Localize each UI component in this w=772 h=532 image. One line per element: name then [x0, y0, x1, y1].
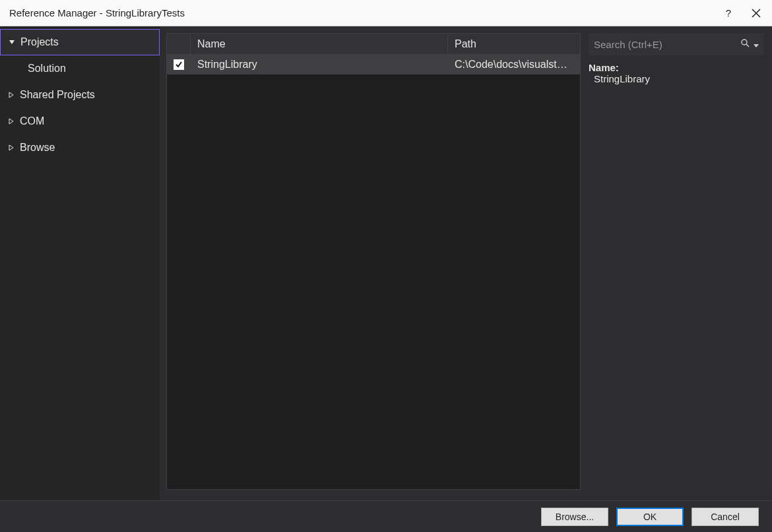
ok-button[interactable]: OK: [616, 508, 684, 526]
chevron-right-icon: [7, 118, 16, 125]
sidebar-item-solution[interactable]: Solution: [0, 55, 160, 82]
sidebar-item-shared-projects[interactable]: Shared Projects: [0, 82, 160, 108]
help-icon[interactable]: ?: [726, 7, 731, 18]
sidebar-item-label: Projects: [20, 36, 59, 48]
search-icon[interactable]: [740, 38, 751, 51]
row-checkbox-cell[interactable]: [167, 59, 191, 70]
sidebar-item-label: Solution: [28, 63, 66, 74]
sidebar-item-browse[interactable]: Browse: [0, 134, 160, 161]
browse-button[interactable]: Browse...: [541, 508, 608, 526]
row-name: StringLibrary: [191, 59, 448, 71]
title-controls: ?: [726, 7, 765, 18]
chevron-right-icon: [7, 92, 16, 98]
cancel-button[interactable]: Cancel: [692, 508, 759, 526]
table-row[interactable]: StringLibrary C:\Code\docs\visualst…: [167, 55, 580, 74]
reference-list: Name Path StringLibrary C:\Code\docs\vis…: [160, 26, 581, 500]
column-header-path[interactable]: Path: [448, 34, 580, 54]
svg-marker-6: [754, 44, 759, 47]
chevron-right-icon: [7, 144, 16, 151]
svg-marker-1: [9, 92, 13, 98]
detail-name: Name: StringLibrary: [589, 62, 764, 84]
search-input[interactable]: Search (Ctrl+E): [589, 33, 764, 55]
window-title: Reference Manager - StringLibraryTests: [7, 7, 726, 18]
sidebar-item-label: Shared Projects: [20, 89, 95, 101]
row-path: C:\Code\docs\visualst…: [448, 59, 580, 71]
sidebar-item-label: Browse: [20, 142, 55, 154]
svg-point-4: [742, 40, 747, 45]
svg-line-5: [746, 44, 749, 47]
checkbox-checked-icon[interactable]: [174, 59, 184, 70]
sidebar-item-projects[interactable]: Projects: [0, 29, 160, 55]
sidebar-item-label: COM: [20, 115, 44, 127]
table-header-row: Name Path: [167, 34, 580, 55]
close-icon[interactable]: [751, 8, 761, 18]
svg-marker-0: [9, 40, 15, 44]
reference-table: Name Path StringLibrary C:\Code\docs\vis…: [166, 33, 581, 490]
dropdown-icon[interactable]: [754, 39, 759, 50]
main-content: Projects Solution Shared Projects COM Br…: [0, 26, 772, 500]
title-bar: Reference Manager - StringLibraryTests ?: [0, 0, 772, 26]
svg-marker-2: [9, 119, 13, 124]
sidebar: Projects Solution Shared Projects COM Br…: [0, 26, 160, 500]
details-panel: Search (Ctrl+E) Name: StringLibrary: [581, 26, 772, 500]
search-icons: [740, 38, 759, 51]
search-placeholder: Search (Ctrl+E): [594, 39, 740, 50]
svg-marker-3: [9, 145, 13, 150]
button-bar: Browse... OK Cancel: [0, 500, 772, 532]
column-header-check[interactable]: [167, 34, 191, 54]
chevron-down-icon: [7, 39, 16, 45]
detail-name-label: Name:: [589, 62, 764, 73]
column-header-name[interactable]: Name: [191, 34, 448, 54]
detail-name-value: StringLibrary: [589, 73, 764, 84]
sidebar-item-com[interactable]: COM: [0, 108, 160, 134]
